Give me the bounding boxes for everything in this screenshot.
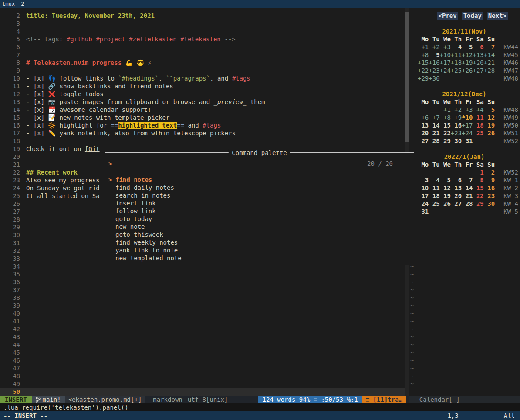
calendar-day-cell[interactable]: +24: [440, 67, 451, 74]
editor-line[interactable]: 43: [0, 333, 405, 341]
editor-line[interactable]: 38: [0, 294, 405, 302]
calendar-day-cell[interactable]: +25: [451, 67, 462, 74]
calendar-day-cell[interactable]: 13: [418, 121, 429, 129]
editor-line[interactable]: 45: [0, 349, 405, 356]
editor-line[interactable]: 48: [0, 372, 405, 380]
calendar-day-cell[interactable]: 25: [429, 200, 439, 208]
editor-line[interactable]: 19Check it out on [Git: [0, 145, 405, 153]
calendar-day-cell[interactable]: +1: [440, 106, 451, 114]
editor-line[interactable]: 16- [x] 🔆 highlight for ==highlighted te…: [0, 121, 405, 129]
calendar-day-cell[interactable]: +24: [462, 129, 473, 137]
calendar-day-cell[interactable]: 29: [440, 137, 451, 145]
calendar-day-cell[interactable]: 4: [429, 176, 439, 184]
calendar-day-cell[interactable]: +8: [440, 114, 451, 121]
calendar-day-cell[interactable]: +27: [473, 67, 483, 74]
editor-line[interactable]: 47: [0, 364, 405, 372]
calendar-day-cell[interactable]: 5: [440, 176, 451, 184]
palette-item[interactable]: search in notes: [105, 192, 414, 199]
calendar-day-cell[interactable]: 23: [484, 192, 495, 200]
calendar-day-cell[interactable]: +26: [462, 67, 473, 74]
calendar-day-cell[interactable]: 22: [440, 129, 451, 137]
calendar-day-cell[interactable]: 9: [484, 176, 495, 184]
calendar-day-cell[interactable]: +13: [473, 51, 483, 59]
editor-line[interactable]: 49: [0, 380, 405, 388]
editor-line[interactable]: 46: [0, 356, 405, 364]
calendar-day-cell[interactable]: 25: [473, 129, 483, 137]
editor-line[interactable]: 37: [0, 286, 405, 294]
calendar-day-cell[interactable]: 11: [473, 114, 483, 121]
calendar-today-button[interactable]: Today: [462, 12, 483, 20]
calendar-day-cell[interactable]: +18: [451, 59, 462, 67]
calendar-day-cell[interactable]: 16: [451, 121, 462, 129]
calendar-day-cell[interactable]: +21: [484, 59, 495, 67]
calendar-day-cell[interactable]: 27: [451, 200, 462, 208]
calendar-day-cell[interactable]: 30: [451, 137, 462, 145]
calendar-day-cell[interactable]: 20: [418, 129, 429, 137]
calendar-day-cell[interactable]: 13: [451, 184, 462, 192]
calendar-day-cell[interactable]: 18: [473, 121, 483, 129]
calendar-next-button[interactable]: Next>: [487, 12, 508, 20]
palette-item[interactable]: new note: [105, 223, 414, 231]
scrollbar-thumb[interactable]: [405, 12, 409, 142]
calendar-day-cell[interactable]: +3: [440, 43, 451, 51]
calendar-day-cell[interactable]: +17: [462, 121, 473, 129]
editor-line[interactable]: 10- [x] 👣 follow links to `#headings`, `…: [0, 74, 405, 82]
calendar-day-cell[interactable]: 6: [451, 176, 462, 184]
calendar-day-cell[interactable]: 17: [418, 192, 429, 200]
calendar-day-cell[interactable]: 15: [473, 184, 483, 192]
calendar-day-cell[interactable]: 12: [440, 184, 451, 192]
editor-line[interactable]: 50: [0, 388, 405, 396]
calendar-day-cell[interactable]: +19: [462, 59, 473, 67]
calendar-day-cell[interactable]: 7: [484, 43, 495, 51]
calendar-day-cell[interactable]: 6: [473, 43, 483, 51]
calendar-window[interactable]: <Prev Today Next> 2021/11(Nov)MoTuWeThFr…: [409, 8, 520, 396]
calendar-day-cell[interactable]: +2: [429, 43, 439, 51]
calendar-day-cell[interactable]: 11: [429, 184, 439, 192]
calendar-day-cell[interactable]: +12: [462, 51, 473, 59]
calendar-day-cell[interactable]: +1: [418, 43, 429, 51]
editor-line[interactable]: 3---: [0, 20, 405, 27]
calendar-day-cell[interactable]: 28: [462, 200, 473, 208]
calendar-day-cell[interactable]: +2: [451, 106, 462, 114]
palette-item[interactable]: follow link: [105, 207, 414, 215]
calendar-day-cell[interactable]: 27: [418, 137, 429, 145]
calendar-day-cell[interactable]: +17: [440, 59, 451, 67]
editor-line[interactable]: 17- [x] ✏️ yank notelink, also from wthi…: [0, 129, 405, 137]
calendar-day-cell[interactable]: 10: [418, 184, 429, 192]
command-line[interactable]: :lua require('telekasten').panel(): [0, 403, 520, 411]
calendar-day-cell[interactable]: *10: [462, 114, 473, 121]
calendar-day-cell[interactable]: 19: [440, 192, 451, 200]
calendar-day-cell[interactable]: +9: [451, 114, 462, 121]
calendar-day-cell[interactable]: 4: [451, 43, 462, 51]
calendar-day-cell[interactable]: 18: [429, 192, 439, 200]
calendar-day-cell[interactable]: 1: [473, 168, 483, 176]
editor-line[interactable]: 13- [x] 📷 paste images from clipboard or…: [0, 98, 405, 106]
calendar-day-cell[interactable]: 21: [462, 192, 473, 200]
calendar-day-cell[interactable]: 14: [462, 184, 473, 192]
editor-line[interactable]: 18: [0, 137, 405, 145]
palette-prompt-input[interactable]: > 20 / 20: [105, 160, 414, 168]
calendar-day-cell[interactable]: +3: [462, 106, 473, 114]
calendar-day-cell[interactable]: 28: [429, 137, 439, 145]
calendar-day-cell[interactable]: 14: [429, 121, 439, 129]
calendar-day-cell[interactable]: 5: [462, 43, 473, 51]
calendar-day-cell[interactable]: 26: [440, 200, 451, 208]
editor-line[interactable]: 7: [0, 51, 405, 59]
editor-line[interactable]: 36: [0, 278, 405, 286]
calendar-day-cell[interactable]: 12: [484, 114, 495, 121]
palette-item[interactable]: yank link to note: [105, 246, 414, 254]
calendar-day-cell[interactable]: +20: [473, 59, 483, 67]
calendar-day-cell[interactable]: 21: [429, 129, 439, 137]
calendar-day-cell[interactable]: +30: [429, 74, 439, 82]
editor-line[interactable]: 9: [0, 67, 405, 74]
calendar-day-cell[interactable]: +11: [451, 51, 462, 59]
calendar-day-cell[interactable]: +15: [418, 59, 429, 67]
calendar-day-cell[interactable]: +28: [484, 67, 495, 74]
calendar-day-cell[interactable]: +10: [440, 51, 451, 59]
editor-line[interactable]: 11- [x] 🔗 show backlinks and friend note…: [0, 82, 405, 90]
palette-item[interactable]: goto thisweek: [105, 231, 414, 239]
calendar-day-cell[interactable]: 29: [473, 200, 483, 208]
editor-line[interactable]: 41: [0, 317, 405, 325]
palette-item[interactable]: find daily notes: [105, 184, 414, 192]
calendar-day-cell[interactable]: 9: [429, 51, 439, 59]
